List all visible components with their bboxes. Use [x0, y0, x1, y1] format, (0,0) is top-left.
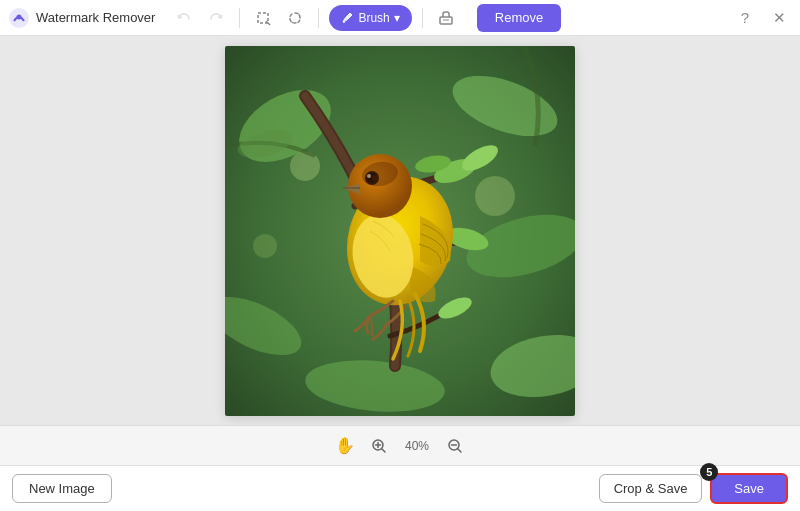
zoom-in-button[interactable]	[367, 434, 391, 458]
svg-point-1	[17, 14, 22, 19]
svg-point-12	[290, 151, 320, 181]
hand-tool-button[interactable]: ✋	[333, 434, 357, 458]
hand-icon: ✋	[335, 436, 355, 455]
main-content	[0, 36, 800, 425]
help-button[interactable]: ?	[732, 5, 758, 31]
zoom-bar: ✋ 40%	[0, 425, 800, 465]
svg-point-14	[253, 234, 277, 258]
title-bar: Watermark Remover	[0, 0, 800, 36]
app-title: Watermark Remover	[36, 10, 155, 25]
selection-tool-button[interactable]	[250, 5, 276, 31]
toolbar: Brush ▾ Remove	[171, 4, 561, 32]
lasso-tool-button[interactable]	[282, 5, 308, 31]
new-image-button[interactable]: New Image	[12, 474, 112, 503]
save-label: Save	[734, 481, 764, 496]
toolbar-separator-3	[422, 8, 423, 28]
svg-line-34	[458, 449, 461, 452]
remove-label: Remove	[495, 10, 543, 25]
close-button[interactable]: ✕	[766, 5, 792, 31]
brush-tool-button[interactable]: Brush ▾	[329, 5, 411, 31]
brush-label: Brush	[358, 11, 389, 25]
remove-button[interactable]: Remove	[477, 4, 561, 32]
bird-image	[225, 46, 575, 416]
redo-button[interactable]	[203, 5, 229, 31]
svg-point-13	[475, 176, 515, 216]
save-button[interactable]: Save	[710, 473, 788, 504]
brush-dropdown-icon: ▾	[394, 11, 400, 25]
app-logo-icon	[8, 7, 30, 29]
erase-tool-button[interactable]	[433, 5, 459, 31]
svg-line-30	[382, 449, 385, 452]
save-button-wrapper: 5 Save	[710, 473, 788, 504]
title-bar-right: ? ✕	[732, 5, 792, 31]
footer-right: Crop & Save 5 Save	[599, 473, 788, 504]
image-container	[225, 46, 575, 416]
new-image-label: New Image	[29, 481, 95, 496]
footer: New Image Crop & Save 5 Save	[0, 465, 800, 511]
undo-button[interactable]	[171, 5, 197, 31]
crop-save-label: Crop & Save	[614, 481, 688, 496]
zoom-level: 40%	[401, 439, 433, 453]
toolbar-separator-2	[318, 8, 319, 28]
help-icon: ?	[741, 9, 749, 26]
close-icon: ✕	[773, 9, 786, 27]
toolbar-separator-1	[239, 8, 240, 28]
crop-save-button[interactable]: Crop & Save	[599, 474, 703, 503]
zoom-out-button[interactable]	[443, 434, 467, 458]
